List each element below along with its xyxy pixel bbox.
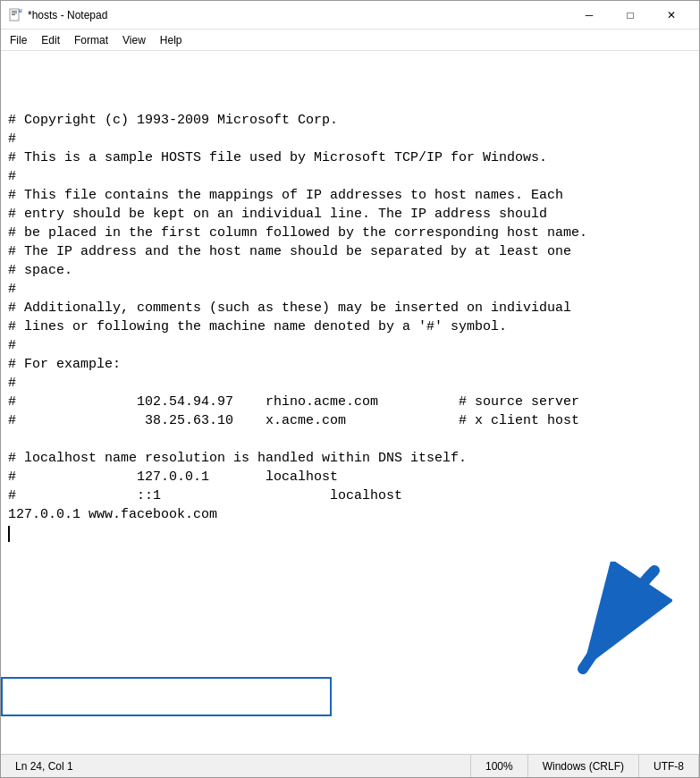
text-line: # The IP address and the host name shoul… [8, 242, 692, 261]
svg-rect-3 [12, 14, 15, 15]
menu-bar: File Edit Format View Help [1, 30, 699, 51]
status-position: Ln 24, Col 1 [1, 755, 471, 777]
text-line: # This file contains the mappings of IP … [8, 186, 692, 205]
text-cursor [8, 526, 10, 542]
text-line: # 38.25.63.10 x.acme.com # x client host [8, 411, 692, 430]
window-title: *hosts - Notepad [28, 9, 569, 21]
app-icon [8, 8, 22, 22]
notepad-window: *hosts - Notepad ─ □ ✕ File Edit Format … [0, 0, 700, 778]
status-line-ending: Windows (CRLF) [528, 755, 639, 777]
close-button[interactable]: ✕ [651, 1, 692, 30]
status-bar: Ln 24, Col 1 100% Windows (CRLF) UTF-8 [1, 754, 699, 777]
editor-content: # Copyright (c) 1993-2009 Microsoft Corp… [8, 55, 692, 543]
minimize-button[interactable]: ─ [569, 1, 610, 30]
text-line: # localhost name resolution is handled w… [8, 449, 692, 468]
cursor-line [8, 524, 692, 543]
text-line [8, 430, 692, 449]
text-editor[interactable]: # Copyright (c) 1993-2009 Microsoft Corp… [1, 51, 699, 754]
menu-view[interactable]: View [115, 30, 153, 50]
menu-edit[interactable]: Edit [34, 30, 67, 50]
title-bar: *hosts - Notepad ─ □ ✕ [1, 1, 699, 30]
text-line: # 102.54.94.97 rhino.acme.com # source s… [8, 393, 692, 411]
text-line: # [8, 374, 692, 393]
text-line: # ::1 localhost [8, 486, 692, 505]
text-line: # [8, 130, 692, 148]
menu-format[interactable]: Format [67, 30, 115, 50]
svg-rect-2 [12, 13, 17, 13]
text-line: # space. [8, 261, 692, 280]
text-line: # Additionally, comments (such as these)… [8, 299, 692, 317]
text-line: # [8, 336, 692, 355]
text-line: # lines or following the machine name de… [8, 317, 692, 336]
status-encoding: UTF-8 [639, 755, 699, 777]
text-line: # 127.0.0.1 localhost [8, 468, 692, 486]
text-line: # be placed in the first column followed… [8, 224, 692, 242]
text-line: # For example: [8, 355, 692, 374]
text-line: # Copyright (c) 1993-2009 Microsoft Corp… [8, 111, 692, 130]
text-line: # [8, 280, 692, 299]
status-zoom: 100% [471, 755, 528, 777]
maximize-button[interactable]: □ [610, 1, 651, 30]
highlight-box [1, 677, 332, 716]
arrow-annotation [476, 562, 672, 705]
text-line: # This is a sample HOSTS file used by Mi… [8, 148, 692, 167]
menu-help[interactable]: Help [153, 30, 190, 50]
svg-rect-1 [12, 11, 17, 12]
text-line: 127.0.0.1 www.facebook.com [8, 505, 692, 524]
text-line: # entry should be kept on an individual … [8, 205, 692, 224]
window-controls: ─ □ ✕ [569, 1, 692, 30]
text-line: # [8, 167, 692, 186]
menu-file[interactable]: File [3, 30, 34, 50]
